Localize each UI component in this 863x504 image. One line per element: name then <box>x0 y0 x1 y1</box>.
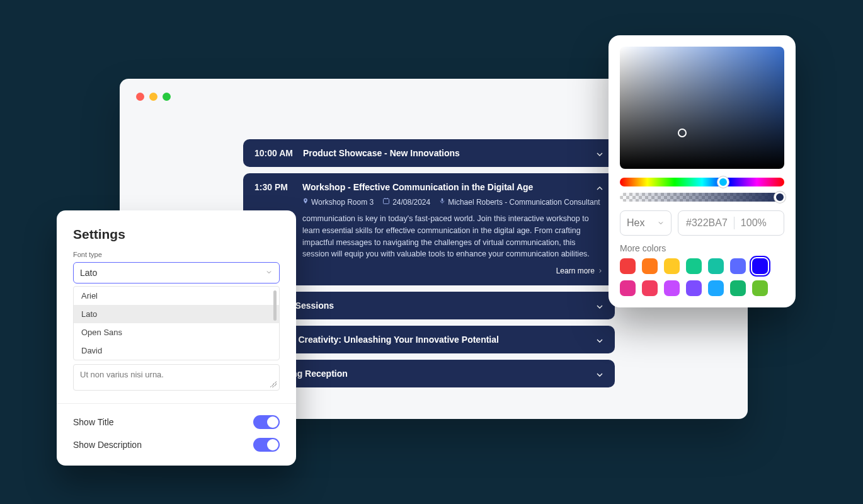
color-swatch[interactable] <box>686 280 702 296</box>
color-swatches <box>620 258 784 296</box>
speaker-meta: Michael Roberts - Communication Consulta… <box>439 197 600 207</box>
font-option-selected[interactable]: Lato <box>74 305 279 323</box>
alpha-slider[interactable] <box>620 193 784 202</box>
color-swatch[interactable] <box>642 280 658 296</box>
chevron-down-icon <box>595 149 605 159</box>
date-text: 24/08/2024 <box>392 198 430 207</box>
color-swatch[interactable] <box>642 258 658 274</box>
mic-icon <box>439 197 445 207</box>
textarea-value: Ut non varius nisi urna. <box>80 370 164 379</box>
chevron-down-icon <box>595 370 605 380</box>
show-title-row: Show Title <box>73 415 280 429</box>
settings-title: Settings <box>73 227 280 242</box>
show-description-toggle[interactable] <box>253 438 280 452</box>
chevron-down-icon <box>595 302 605 312</box>
show-description-label: Show Description <box>73 440 142 450</box>
color-swatch[interactable] <box>664 280 680 296</box>
hue-slider[interactable] <box>620 178 784 186</box>
pin-icon <box>302 197 309 207</box>
svg-rect-3 <box>442 198 443 202</box>
learn-more-link[interactable]: Learn more <box>302 266 603 275</box>
font-type-select[interactable]: Lato <box>73 262 280 284</box>
learn-more-text: Learn more <box>556 266 595 275</box>
color-mode-value: Hex <box>627 217 644 229</box>
agenda-session[interactable]: Breakout Sessions <box>243 292 615 319</box>
close-window-button[interactable] <box>136 93 144 101</box>
chevron-down-icon <box>265 268 273 278</box>
hex-value-input[interactable]: #322BA7 100% <box>678 210 784 236</box>
arrow-right-icon <box>597 268 603 274</box>
session-title: Product Showcase - New Innovations <box>303 148 460 158</box>
agenda-session-expanded[interactable]: 1:30 PM Workshop - Effective Communicati… <box>243 173 615 285</box>
session-description: communication is key in today's fast-pac… <box>302 213 603 260</box>
session-time: 1:30 PM <box>254 182 292 192</box>
font-type-label: Font type <box>73 251 280 258</box>
font-option[interactable]: Open Sans <box>74 323 279 341</box>
session-time: 10:00 AM <box>254 148 293 158</box>
chevron-down-icon <box>595 336 605 346</box>
session-meta: Workshop Room 3 24/08/2024 Michael Rober… <box>302 197 603 207</box>
minimize-window-button[interactable] <box>149 93 157 101</box>
gradient-handle[interactable] <box>678 129 687 137</box>
agenda-session[interactable]: 10:00 AM Product Showcase - New Innovati… <box>243 139 615 167</box>
color-swatch[interactable] <box>708 258 724 274</box>
color-swatch[interactable] <box>730 280 746 296</box>
font-options-dropdown: Ariel Lato Open Sans David <box>73 286 280 360</box>
show-description-row: Show Description <box>73 438 280 452</box>
calendar-icon <box>382 197 390 207</box>
session-title: Workshop - Effective Communication in th… <box>302 182 603 192</box>
hex-input-row: Hex #322BA7 100% <box>620 210 784 236</box>
more-colors-label: More colors <box>620 243 784 253</box>
color-swatch[interactable] <box>708 280 724 296</box>
chevron-down-icon <box>657 219 665 227</box>
font-option[interactable]: Ariel <box>74 287 279 305</box>
color-swatch[interactable] <box>752 280 768 296</box>
agenda-session[interactable]: The Art of Creativity: Unleashing Your I… <box>243 326 615 353</box>
maximize-window-button[interactable] <box>163 93 171 101</box>
divider <box>57 403 296 404</box>
room-meta: Workshop Room 3 <box>302 197 374 207</box>
saturation-gradient[interactable] <box>620 47 784 169</box>
settings-panel: Settings Font type Lato Ariel Lato Open … <box>57 210 296 466</box>
color-swatch[interactable] <box>752 258 768 274</box>
color-swatch[interactable] <box>686 258 702 274</box>
room-text: Workshop Room 3 <box>311 198 374 207</box>
hue-handle[interactable] <box>717 176 729 188</box>
hex-value: #322BA7 <box>686 217 728 229</box>
color-swatch[interactable] <box>620 280 636 296</box>
separator <box>734 217 734 229</box>
show-title-label: Show Title <box>73 417 114 427</box>
chevron-up-icon <box>595 183 605 193</box>
color-mode-select[interactable]: Hex <box>620 210 672 236</box>
opacity-value: 100% <box>741 217 767 229</box>
font-type-value: Lato <box>80 268 97 278</box>
agenda-session[interactable]: Networking Reception <box>243 360 615 387</box>
color-swatch[interactable] <box>664 258 680 274</box>
svg-rect-0 <box>384 199 389 204</box>
agenda-list: 10:00 AM Product Showcase - New Innovati… <box>243 139 615 387</box>
alpha-handle[interactable] <box>774 192 786 203</box>
description-textarea[interactable]: Ut non varius nisi urna. <box>73 364 280 391</box>
speaker-text: Michael Roberts - Communication Consulta… <box>448 198 600 207</box>
show-title-toggle[interactable] <box>253 415 280 429</box>
dropdown-scrollbar[interactable] <box>273 290 277 321</box>
color-swatch[interactable] <box>620 258 636 274</box>
color-picker-panel: Hex #322BA7 100% More colors <box>609 35 796 307</box>
date-meta: 24/08/2024 <box>382 197 430 207</box>
font-option[interactable]: David <box>74 341 279 360</box>
color-swatch[interactable] <box>730 258 746 274</box>
